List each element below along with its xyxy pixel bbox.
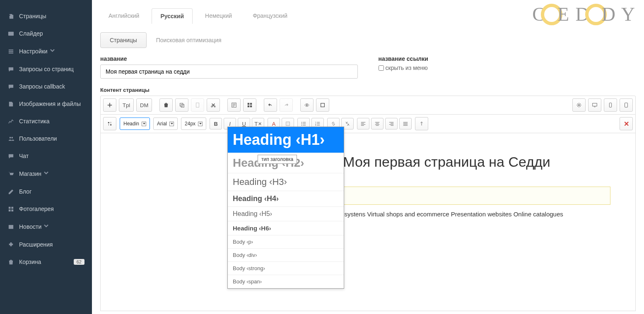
dropdown-item-strong[interactable]: Body ‹strong› [228, 262, 344, 275]
tab-pages[interactable]: Страницы [100, 32, 147, 48]
element-settings-button[interactable] [103, 117, 116, 130]
svg-point-1 [9, 137, 11, 138]
sidebar-item-gallery[interactable]: Фотогалерея [0, 200, 92, 218]
svg-rect-8 [180, 103, 183, 106]
dropdown-item-h3[interactable]: Heading ‹H3› [228, 173, 344, 191]
file-icon [7, 101, 14, 107]
name-label: название [100, 55, 358, 62]
delete-button[interactable] [159, 98, 173, 112]
align-justify-button[interactable] [399, 118, 412, 129]
size-select[interactable]: 24px [181, 117, 206, 130]
windows-button[interactable] [243, 98, 256, 112]
add-button[interactable] [103, 98, 116, 112]
sidebar-item-label: Запросы со страниц [19, 66, 74, 72]
svg-rect-0 [8, 31, 13, 35]
sidebar-item-users[interactable]: Пользователи [0, 130, 92, 147]
move-up-button[interactable] [415, 117, 428, 130]
sidebar-item-label: Слайдер [19, 30, 43, 37]
badge-count: 62 [74, 259, 84, 265]
align-right-button[interactable] [385, 118, 398, 129]
sidebar-item-slider[interactable]: Слайдер [0, 25, 92, 42]
svg-point-2 [11, 137, 13, 138]
sidebar-item-label: Новости [19, 223, 41, 230]
source-button[interactable] [227, 98, 241, 112]
tab-english[interactable]: Английский [100, 8, 147, 24]
sidebar-item-stats[interactable]: Статистика [0, 113, 92, 130]
paste-button[interactable] [191, 98, 204, 112]
editor-toolbar-1: Tpl DM [100, 96, 636, 115]
logo: CE DD Y [532, 3, 636, 25]
svg-rect-26 [286, 122, 290, 126]
tab-seo[interactable]: Поисковая оптимизация [147, 32, 231, 48]
sidebar-item-label: Страницы [19, 13, 46, 19]
chevron-down-icon [49, 48, 55, 55]
sidebar-item-page-requests[interactable]: Запросы со страниц [0, 60, 92, 78]
hide-checkbox[interactable] [379, 65, 384, 71]
svg-point-28 [301, 123, 302, 124]
dropdown-item-h5[interactable]: Heading ‹H5› [228, 207, 344, 221]
mobile-button[interactable] [604, 98, 617, 112]
align-left-button[interactable] [357, 118, 369, 129]
align-center-button[interactable] [371, 118, 384, 129]
sidebar: Страницы Слайдер Настройки Запросы со ст… [0, 0, 92, 314]
heading-select[interactable]: Headin [120, 117, 150, 130]
dropdown-item-h6[interactable]: Heading ‹H6› [228, 221, 344, 235]
sliders-icon [7, 48, 14, 55]
tpl-button[interactable]: Tpl [119, 98, 134, 112]
close-button[interactable]: ✕ [620, 117, 633, 130]
hide-label: скрыть из меню [386, 65, 428, 71]
preview-button[interactable] [300, 98, 314, 112]
tab-russian[interactable]: Русский [152, 8, 193, 24]
sidebar-item-label: Настройки [19, 48, 48, 55]
editor-canvas[interactable]: Моя первая страница на Седди Title block… [100, 133, 636, 311]
svg-text:3: 3 [315, 124, 316, 126]
dm-button[interactable]: DM [136, 98, 152, 112]
sidebar-item-settings[interactable]: Настройки [0, 42, 92, 60]
svg-rect-9 [181, 104, 184, 107]
desktop-button[interactable] [588, 98, 601, 112]
comment-icon [7, 83, 14, 90]
dropdown-item-h4[interactable]: Heading ‹H4› [228, 191, 344, 207]
svg-rect-7 [8, 225, 13, 228]
dropdown-item-div[interactable]: Body ‹div› [228, 249, 344, 262]
sidebar-item-label: Пользователи [19, 135, 57, 142]
chevron-down-icon [43, 170, 49, 177]
settings-button[interactable] [572, 98, 586, 112]
sidebar-item-chat[interactable]: Чат [0, 147, 92, 165]
svg-point-18 [306, 104, 308, 106]
sidebar-item-callback[interactable]: Запросы callback [0, 78, 92, 95]
sidebar-item-blog[interactable]: Блог [0, 183, 92, 200]
undo-button[interactable] [264, 98, 277, 112]
dropdown-item-span[interactable]: Body ‹span› [228, 275, 344, 288]
dropdown-arrow-icon [169, 122, 174, 126]
svg-rect-19 [321, 103, 325, 107]
svg-rect-10 [196, 103, 199, 108]
sidebar-item-trash[interactable]: Корзина62 [0, 253, 92, 271]
name-input[interactable] [100, 65, 358, 79]
tablet-button[interactable] [620, 98, 633, 112]
sidebar-item-label: Запросы callback [19, 83, 65, 90]
sidebar-item-pages[interactable]: Страницы [0, 7, 92, 25]
svg-point-27 [301, 122, 302, 123]
sidebar-item-news[interactable]: Новости [0, 218, 92, 236]
copy-button[interactable] [175, 98, 188, 112]
sidebar-item-extensions[interactable]: Расширения [0, 236, 92, 253]
svg-rect-15 [250, 103, 252, 105]
dropdown-item-h1[interactable]: Heading ‹H1› [228, 127, 344, 153]
sidebar-item-label: Магазин [19, 170, 41, 177]
cut-button[interactable] [207, 98, 220, 112]
dropdown-item-p[interactable]: Body ‹p› [228, 235, 344, 249]
tab-french[interactable]: Французский [244, 8, 296, 24]
sidebar-item-label: Статистика [19, 118, 50, 125]
chart-icon [7, 118, 14, 125]
dropdown-arrow-icon [142, 122, 146, 126]
redo-button[interactable] [280, 98, 293, 112]
sidebar-item-shop[interactable]: Магазин [0, 165, 92, 183]
sidebar-item-files[interactable]: Изображения и файлы [0, 95, 92, 113]
svg-rect-23 [625, 103, 628, 108]
fullscreen-button[interactable] [316, 98, 329, 112]
bold-button[interactable]: B [210, 118, 222, 129]
font-select[interactable]: Arial [153, 117, 178, 130]
svg-point-25 [110, 124, 112, 126]
tab-german[interactable]: Немецкий [197, 8, 240, 24]
